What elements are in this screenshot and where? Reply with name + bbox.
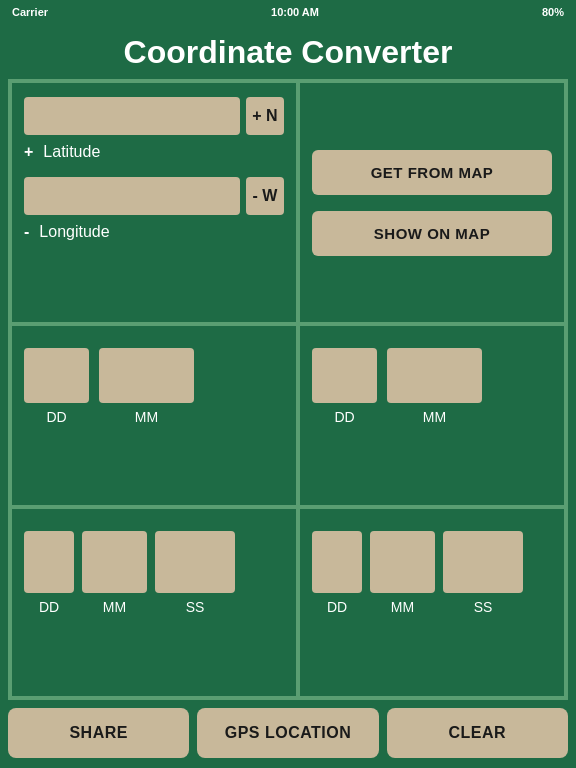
mm-label-right: MM [423, 409, 446, 425]
mm-label-left: MM [135, 409, 158, 425]
time-text: 10:00 AM [271, 6, 319, 18]
dms-ss-field-left: SS [155, 531, 235, 615]
dd-label-right: DD [334, 409, 354, 425]
panel-latlon: + N + Latitude - W - Longitude [10, 81, 298, 324]
latitude-label-row: + Latitude [24, 143, 284, 161]
dms-ss-label-left: SS [186, 599, 205, 615]
longitude-input-row: - W [24, 177, 284, 215]
dms-inputs-right: DD MM SS [312, 523, 552, 615]
gps-location-button[interactable]: GPS LOCATION [197, 708, 378, 758]
dms-ss-field-right: SS [443, 531, 523, 615]
show-on-map-button[interactable]: SHOW ON MAP [312, 211, 552, 256]
longitude-direction-badge: - W [246, 177, 284, 215]
dms-dd-label-right: DD [327, 599, 347, 615]
longitude-sign: - [24, 223, 29, 241]
panel-dms-right: DD MM SS [298, 507, 566, 698]
share-button[interactable]: SHARE [8, 708, 189, 758]
longitude-label-row: - Longitude [24, 223, 284, 241]
dms-mm-box-left [82, 531, 147, 593]
get-from-map-button[interactable]: GET FROM MAP [312, 150, 552, 195]
dms-mm-field-left: MM [82, 531, 147, 615]
dms-dd-box-left [24, 531, 74, 593]
carrier-text: Carrier [12, 6, 48, 18]
dms-dd-field-right: DD [312, 531, 362, 615]
panel-dd-mm-left: DD MM [10, 324, 298, 508]
dms-ss-label-right: SS [474, 599, 493, 615]
bottom-toolbar: SHARE GPS LOCATION CLEAR [0, 700, 576, 768]
mm-field-right: MM [387, 348, 482, 425]
panels-grid: + N + Latitude - W - Longitude GET FROM … [8, 79, 568, 700]
dms-mm-label-left: MM [103, 599, 126, 615]
dms-dd-label-left: DD [39, 599, 59, 615]
clear-button[interactable]: CLEAR [387, 708, 568, 758]
latitude-direction-badge: + N [246, 97, 284, 135]
dms-mm-field-right: MM [370, 531, 435, 615]
dd-field-right: DD [312, 348, 377, 425]
panel-dms-left: DD MM SS [10, 507, 298, 698]
mm-field-left: MM [99, 348, 194, 425]
dd-mm-inputs-left: DD MM [24, 340, 284, 425]
longitude-input[interactable] [24, 177, 240, 215]
dd-field-left: DD [24, 348, 89, 425]
dms-ss-box-right [443, 531, 523, 593]
dd-box-left [24, 348, 89, 403]
dms-mm-label-right: MM [391, 599, 414, 615]
status-bar: Carrier 10:00 AM 80% [0, 0, 576, 24]
latitude-input[interactable] [24, 97, 240, 135]
latitude-sign: + [24, 143, 33, 161]
mm-box-right [387, 348, 482, 403]
dd-mm-inputs-right: DD MM [312, 340, 552, 425]
dd-box-right [312, 348, 377, 403]
mm-box-left [99, 348, 194, 403]
dms-ss-box-left [155, 531, 235, 593]
latitude-label: Latitude [39, 143, 100, 161]
dms-dd-box-right [312, 531, 362, 593]
dms-inputs-left: DD MM SS [24, 523, 284, 615]
dms-mm-box-right [370, 531, 435, 593]
dms-dd-field-left: DD [24, 531, 74, 615]
app-title: Coordinate Converter [0, 24, 576, 79]
dd-label-left: DD [46, 409, 66, 425]
panel-map: GET FROM MAP SHOW ON MAP [298, 81, 566, 324]
panel-dd-mm-right: DD MM [298, 324, 566, 508]
main-content: + N + Latitude - W - Longitude GET FROM … [0, 79, 576, 700]
longitude-label: Longitude [35, 223, 109, 241]
battery-text: 80% [542, 6, 564, 18]
latitude-input-row: + N [24, 97, 284, 135]
